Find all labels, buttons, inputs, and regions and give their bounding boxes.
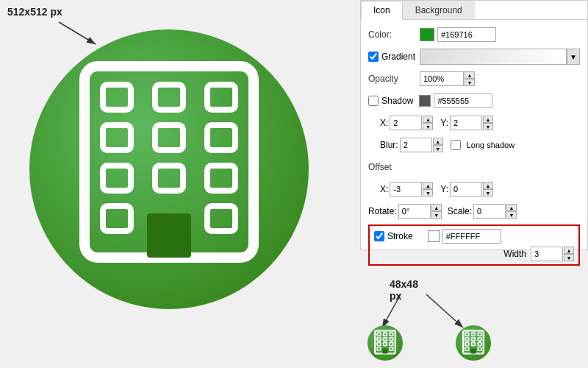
svg-rect-39 [465, 342, 469, 345]
svg-rect-34 [472, 333, 476, 336]
svg-rect-4 [155, 85, 183, 110]
svg-rect-20 [377, 333, 381, 336]
offset-y-up[interactable]: ▲ [483, 182, 493, 189]
svg-rect-27 [384, 342, 387, 345]
small-icon-1 [368, 325, 403, 361]
shadow-xy-row: X: ▲ ▼ Y: ▲ ▼ [368, 114, 580, 132]
stroke-row: Stroke [374, 229, 574, 244]
stroke-color-swatch[interactable] [428, 230, 440, 242]
long-shadow-checkbox[interactable] [451, 140, 461, 150]
svg-line-17 [382, 294, 401, 328]
shadow-y-input[interactable] [450, 116, 482, 130]
width-up[interactable]: ▲ [564, 247, 574, 254]
rotate-down[interactable]: ▼ [431, 211, 442, 219]
offset-x-input[interactable] [390, 182, 422, 197]
shadow-color-input[interactable] [434, 93, 492, 108]
offset-y-down[interactable]: ▼ [483, 189, 493, 197]
shadow-color-swatch[interactable] [419, 95, 431, 107]
blur-up[interactable]: ▲ [433, 138, 443, 145]
opacity-spin-buttons: ▲ ▼ [465, 71, 475, 86]
svg-rect-3 [103, 85, 131, 110]
shadow-y-label: Y: [440, 118, 448, 128]
blur-row: Blur: ▲ ▼ Long shadow [368, 136, 580, 154]
shadow-x-up[interactable]: ▲ [423, 116, 433, 123]
shadow-y-up[interactable]: ▲ [483, 116, 493, 123]
gradient-row: Gradient ▼ [368, 48, 580, 66]
tab-icon[interactable]: Icon [361, 1, 403, 20]
svg-rect-31 [382, 348, 387, 353]
svg-rect-23 [377, 338, 381, 341]
rotate-up[interactable]: ▲ [431, 204, 442, 211]
svg-rect-38 [478, 338, 481, 341]
opacity-row: Opacity ▲ ▼ [368, 70, 580, 88]
scale-down[interactable]: ▼ [506, 211, 517, 219]
svg-rect-36 [465, 338, 469, 341]
shadow-label: Shadow [381, 96, 413, 106]
shadow-row: Shadow [368, 92, 580, 110]
offset-label: Offset [368, 162, 420, 172]
gradient-dropdown[interactable]: ▼ [567, 49, 580, 65]
left-panel: 512x512 px [0, 0, 360, 368]
svg-rect-26 [377, 342, 381, 345]
rotate-input[interactable] [398, 204, 431, 219]
shadow-y-down[interactable]: ▼ [483, 123, 493, 130]
width-row: Width ▲ ▼ [374, 247, 574, 261]
small-building-2 [462, 330, 485, 356]
scale-input[interactable] [473, 204, 506, 219]
form-content: Color: Gradient ▼ Opacity ▲ ▼ [361, 20, 587, 272]
opacity-input[interactable] [420, 71, 464, 86]
svg-rect-28 [390, 342, 393, 345]
svg-rect-40 [472, 342, 476, 345]
svg-rect-24 [384, 338, 387, 341]
svg-rect-25 [390, 338, 393, 341]
scale-spinner: ▲ ▼ [473, 204, 517, 219]
opacity-spin-down[interactable]: ▼ [465, 79, 475, 86]
long-shadow-label: Long shadow [467, 141, 514, 149]
svg-rect-33 [465, 333, 469, 336]
blur-down[interactable]: ▼ [433, 145, 443, 152]
color-input[interactable] [437, 27, 496, 42]
right-panel: Icon Background Color: Gradient ▼ Opacit… [360, 0, 588, 250]
offset-y-spinner: ▲ ▼ [450, 182, 493, 197]
svg-rect-9 [103, 166, 131, 191]
offset-y-label: Y: [440, 184, 448, 194]
offset-xy-row: X: ▲ ▼ Y: ▲ ▼ [368, 180, 580, 198]
svg-rect-44 [470, 348, 476, 353]
gradient-checkbox[interactable] [368, 52, 379, 62]
opacity-label: Opacity [368, 74, 420, 84]
width-input[interactable] [531, 247, 563, 261]
svg-rect-14 [147, 213, 191, 258]
gradient-label: Gradient [381, 52, 415, 62]
offset-x-down[interactable]: ▼ [423, 189, 433, 197]
offset-y-input[interactable] [450, 182, 482, 197]
shadow-checkbox[interactable] [368, 96, 379, 106]
stroke-color-input[interactable] [442, 229, 501, 244]
svg-rect-43 [478, 347, 481, 350]
opacity-spin-up[interactable]: ▲ [465, 71, 475, 79]
gradient-preview [420, 49, 567, 65]
svg-rect-37 [472, 338, 476, 341]
scale-label: Scale: [448, 206, 472, 216]
offset-x-label: X: [380, 184, 388, 194]
shadow-x-input[interactable] [390, 116, 422, 130]
stroke-checkbox[interactable] [374, 231, 384, 241]
shadow-y-spinner: ▲ ▼ [450, 116, 493, 130]
color-swatch[interactable] [420, 28, 434, 41]
svg-rect-22 [390, 333, 393, 336]
svg-rect-42 [465, 347, 469, 350]
svg-rect-10 [155, 166, 183, 191]
offset-row: Offset [368, 158, 580, 176]
tab-background[interactable]: Background [403, 1, 475, 19]
rotate-label: Rotate: [368, 206, 397, 216]
stroke-section: Stroke Width ▲ ▼ [368, 224, 580, 266]
width-down[interactable]: ▼ [564, 254, 574, 261]
svg-rect-12 [103, 206, 131, 231]
shadow-x-down[interactable]: ▼ [423, 123, 433, 130]
svg-line-18 [426, 294, 463, 328]
blur-input[interactable] [400, 138, 432, 152]
svg-rect-41 [478, 342, 481, 345]
scale-up[interactable]: ▲ [506, 204, 517, 211]
svg-rect-13 [207, 206, 235, 231]
opacity-spinner: ▲ ▼ [420, 71, 475, 86]
offset-x-up[interactable]: ▲ [423, 182, 433, 189]
